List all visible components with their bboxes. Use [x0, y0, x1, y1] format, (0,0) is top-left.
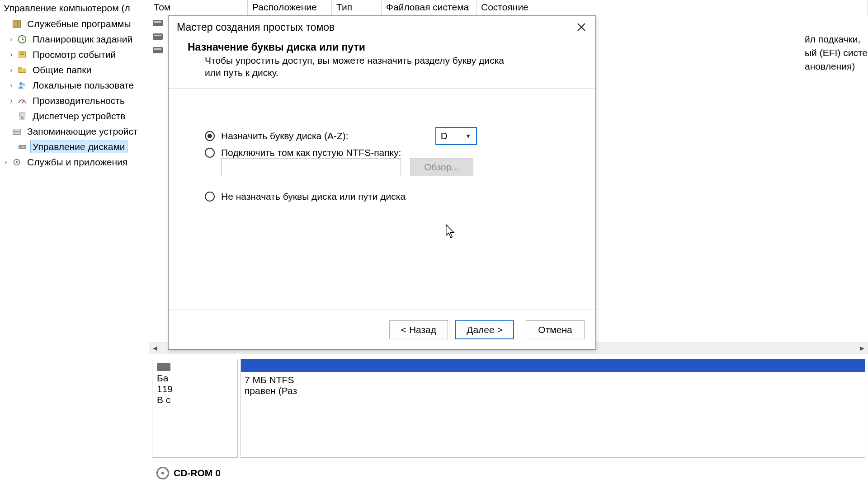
tree-item-devicemanager[interactable]: Диспетчер устройств — [0, 108, 149, 124]
svg-rect-10 — [21, 117, 24, 119]
option-assign-letter[interactable]: Назначить букву диска (A-Z): D ▼ — [205, 126, 577, 146]
simple-volume-wizard-dialog: Мастер создания простых томов Назначение… — [168, 15, 596, 350]
radio-mount-folder[interactable] — [205, 148, 215, 158]
disk-info-line: В с — [157, 394, 233, 405]
option-mount-folder[interactable]: Подключить том как пустую NTFS-папку: Об… — [205, 146, 577, 176]
svg-rect-4 — [20, 52, 24, 53]
tree-item-services[interactable]: › Службы и приложения — [0, 155, 149, 170]
chevron-right-icon[interactable]: › — [7, 81, 15, 89]
disk-info-line: Ба — [157, 373, 233, 384]
chevron-right-icon[interactable]: › — [2, 158, 10, 166]
volume-column-headers: Том Расположение Тип Файловая система Со… — [149, 0, 868, 16]
tree-item-sharedfolders[interactable]: › Общие папки — [0, 62, 149, 78]
wizard-body: Назначить букву диска (A-Z): D ▼ Подключ… — [169, 89, 595, 310]
column-layout[interactable]: Расположение — [248, 0, 332, 16]
back-button[interactable]: < Назад — [389, 320, 448, 339]
column-filesystem[interactable]: Файловая система — [382, 0, 476, 16]
mouse-cursor-icon — [444, 224, 457, 241]
option-label: Не назначать буквы диска или пути диска — [221, 191, 406, 202]
tree-item-utilities[interactable]: Служебные программы — [0, 16, 149, 32]
gauge-icon — [16, 95, 28, 107]
tree-label: Управление дисками — [31, 141, 127, 153]
clock-icon — [16, 33, 28, 45]
disk-map: Ба 119 В с 7 МБ NTFS правен (Раз — [149, 354, 868, 458]
option-no-letter[interactable]: Не назначать буквы диска или пути диска — [205, 186, 577, 207]
browse-button[interactable]: Обзор... — [410, 158, 473, 176]
wizard-footer: < Назад Далее > Отмена — [169, 310, 595, 349]
svg-rect-9 — [19, 113, 25, 117]
tree-label: Локальные пользовате — [31, 80, 136, 91]
dialog-title: Мастер создания простых томов — [177, 21, 569, 33]
navigation-tree: Управление компьютером (л Служебные прог… — [0, 0, 149, 488]
tree-item-diskmanagement[interactable]: Управление дисками — [0, 139, 149, 155]
svg-point-6 — [19, 82, 23, 85]
cdrom-label: CD-ROM 0 — [174, 468, 221, 479]
svg-rect-11 — [20, 119, 25, 120]
tree-label: Служебные программы — [25, 18, 133, 30]
column-status[interactable]: Состояние — [476, 0, 868, 16]
tree-root-label[interactable]: Управление компьютером (л — [0, 1, 149, 16]
close-button[interactable] — [569, 18, 594, 37]
radio-no-letter[interactable] — [205, 192, 215, 202]
mount-path-input[interactable] — [221, 158, 401, 176]
partition-line: 7 МБ NTFS — [245, 375, 297, 385]
chevron-right-icon[interactable]: › — [7, 66, 15, 74]
svg-rect-16 — [19, 145, 26, 148]
drive-letter-combobox[interactable]: D ▼ — [435, 127, 477, 145]
close-icon — [576, 22, 586, 32]
disk-info-box[interactable]: Ба 119 В с — [152, 359, 238, 458]
svg-rect-12 — [13, 129, 21, 132]
cdrom-icon — [156, 467, 169, 479]
column-volume[interactable]: Том — [149, 0, 248, 16]
volume-icon — [153, 20, 163, 26]
tree-item-performance[interactable]: › Производительность — [0, 93, 149, 108]
svg-line-8 — [22, 100, 24, 103]
wizard-heading: Назначение буквы диска или пути — [188, 41, 587, 53]
status-overflow-text: йл подкачки, ый (EFI) систе ановления) — [805, 33, 868, 73]
svg-rect-13 — [13, 132, 21, 135]
svg-rect-5 — [20, 54, 24, 55]
partition-header-bar — [241, 359, 865, 372]
disk-info-line: 119 — [157, 384, 233, 394]
folder-share-icon — [16, 64, 28, 76]
svg-point-19 — [16, 161, 18, 164]
cdrom-row[interactable]: CD-ROM 0 — [149, 458, 868, 488]
cancel-button[interactable]: Отмена — [526, 320, 585, 339]
tree-label: Общие папки — [31, 64, 93, 76]
option-label: Подключить том как пустую NTFS-папку: — [221, 147, 401, 158]
scroll-right-icon[interactable]: ► — [856, 344, 868, 352]
radio-assign-letter[interactable] — [205, 131, 215, 141]
partition-line: правен (Раз — [245, 385, 297, 396]
volume-icon — [153, 33, 163, 40]
storage-icon — [11, 126, 23, 137]
svg-point-15 — [14, 133, 15, 134]
tree-label: Службы и приложения — [25, 156, 129, 168]
tree-label: Планировщик заданий — [31, 33, 134, 45]
tree-label: Просмотр событий — [31, 49, 118, 61]
tree-item-scheduler[interactable]: › Планировщик заданий — [0, 32, 149, 47]
chevron-right-icon[interactable]: › — [7, 51, 15, 59]
next-button[interactable]: Далее > — [455, 320, 514, 339]
services-icon — [11, 156, 23, 168]
tree-label: Запоминающие устройст — [25, 126, 140, 137]
tree-label: Производительность — [31, 95, 127, 107]
users-icon — [16, 80, 28, 91]
column-type[interactable]: Тип — [332, 0, 382, 16]
tree-item-localusers[interactable]: › Локальные пользовате — [0, 78, 149, 93]
wizard-header: Назначение буквы диска или пути Чтобы уп… — [169, 38, 595, 89]
partition-box[interactable]: 7 МБ NTFS правен (Раз — [241, 359, 865, 458]
tools-icon — [11, 18, 23, 30]
volume-icon — [153, 47, 163, 53]
tree-item-storage[interactable]: Запоминающие устройст — [0, 124, 149, 139]
scroll-left-icon[interactable]: ◄ — [149, 344, 161, 352]
svg-rect-0 — [13, 20, 16, 28]
device-icon — [16, 110, 28, 122]
svg-point-14 — [14, 130, 15, 131]
dialog-titlebar[interactable]: Мастер создания простых томов — [169, 16, 595, 38]
chevron-right-icon[interactable]: › — [7, 35, 15, 43]
disk-icon — [157, 363, 170, 371]
chevron-right-icon[interactable]: › — [7, 97, 15, 105]
wizard-subheading: Чтобы упростить доступ, вы можете назнач… — [188, 54, 522, 79]
tree-item-eventviewer[interactable]: › Просмотр событий — [0, 47, 149, 62]
eventlog-icon — [16, 49, 28, 61]
